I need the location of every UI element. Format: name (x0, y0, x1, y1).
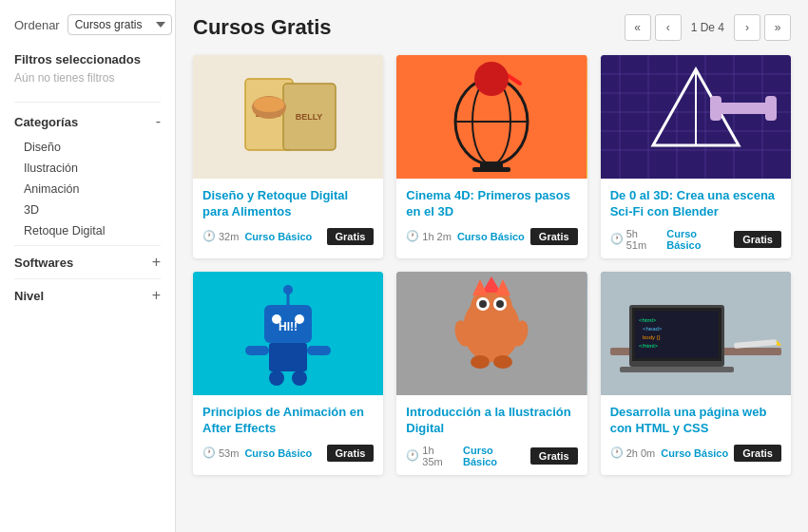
pagination-last[interactable]: » (764, 14, 791, 41)
main-content: Cursos Gratis « ‹ 1 De 4 › » BELLY BELLY (176, 0, 808, 532)
course-meta-3: 🕐 5h 51m Curso Básico Gratis (610, 228, 781, 251)
category-item-ilustracion[interactable]: Ilustración (24, 158, 161, 179)
svg-rect-30 (710, 96, 721, 121)
course-thumb-1: BELLY BELLY (193, 55, 383, 179)
category-item-animacion[interactable]: Animación (24, 179, 161, 200)
course-meta-2: 🕐 1h 2m Curso Básico Gratis (406, 228, 577, 245)
course-thumb-6: <html> <head> body {} </html> (601, 272, 791, 395)
clock-icon-2: 🕐 (406, 230, 419, 242)
course-level-4: Curso Básico (244, 447, 312, 459)
pagination-first[interactable]: « (625, 14, 651, 41)
course-title-6: Desarrolla una página web con HTML y CSS (610, 405, 781, 437)
course-duration-3: 🕐 5h 51m (610, 228, 662, 251)
course-card-6[interactable]: <html> <head> body {} </html> Desarrolla… (601, 272, 791, 475)
filters-divider (14, 102, 161, 103)
course-title-4: Principios de Animación en After Effects (202, 405, 374, 437)
course-meta-6: 🕐 2h 0m Curso Básico Gratis (610, 445, 781, 462)
course-card-2[interactable]: Cinema 4D: Primeros pasos en el 3D 🕐 1h … (396, 55, 587, 258)
course-thumb-2 (396, 55, 587, 179)
svg-rect-41 (307, 346, 331, 355)
course-title-5: Introducción a la Ilustración Digital (406, 405, 577, 437)
course-title-3: De 0 al 3D: Crea una escena Sci-Fi con B… (610, 188, 781, 220)
course-title-1: Diseño y Retoque Digital para Alimentos (202, 188, 374, 220)
clock-icon-1: 🕐 (202, 230, 216, 242)
course-level-3: Curso Básico (666, 228, 734, 251)
category-item-diseno[interactable]: Diseño (24, 137, 161, 158)
course-badge-5: Gratis (530, 447, 578, 465)
svg-rect-14 (472, 167, 510, 172)
svg-point-6 (254, 97, 284, 112)
svg-rect-39 (269, 343, 307, 371)
clock-icon-6: 🕐 (610, 446, 624, 459)
nivel-toggle: + (152, 287, 161, 304)
course-body-6: Desarrolla una página web con HTML y CSS… (601, 395, 791, 469)
course-badge-4: Gratis (327, 445, 375, 462)
course-meta-1: 🕐 32m Curso Básico Gratis (202, 228, 374, 245)
filters-title: Filtros seleccionados (14, 52, 161, 66)
svg-rect-29 (715, 103, 772, 114)
course-level-2: Curso Básico (457, 231, 525, 242)
course-body-4: Principios de Animación en After Effects… (193, 395, 383, 469)
course-duration-5: 🕐 1h 35m (406, 445, 457, 467)
svg-rect-40 (245, 346, 269, 355)
category-item-3d[interactable]: 3D (24, 200, 161, 220)
course-card-1[interactable]: BELLY BELLY Diseño y Retoque Digital par… (193, 55, 383, 258)
svg-rect-31 (765, 96, 777, 121)
course-badge-1: Gratis (327, 228, 375, 245)
category-item-retoque[interactable]: Retoque Digital (24, 220, 161, 241)
courses-grid: BELLY BELLY Diseño y Retoque Digital par… (193, 55, 791, 475)
course-duration-2: 🕐 1h 2m (406, 230, 452, 242)
nivel-title: Nivel (14, 289, 44, 303)
course-body-2: Cinema 4D: Primeros pasos en el 3D 🕐 1h … (396, 179, 587, 253)
filters-empty: Aún no tienes filtros (14, 71, 161, 85)
softwares-title: Softwares (14, 256, 73, 270)
nivel-section[interactable]: Nivel + (14, 278, 161, 308)
course-duration-4: 🕐 53m (202, 446, 239, 459)
course-thumb-3 (601, 55, 791, 179)
svg-point-49 (479, 300, 487, 308)
svg-text:HI!!: HI!! (279, 320, 298, 333)
pagination-prev[interactable]: ‹ (655, 14, 682, 41)
course-thumb-4: HI!! (193, 272, 383, 395)
svg-point-42 (269, 370, 284, 386)
course-card-3[interactable]: De 0 al 3D: Crea una escena Sci-Fi con B… (601, 55, 791, 258)
pagination-info: 1 De 4 (685, 21, 730, 34)
pagination: « ‹ 1 De 4 › » (625, 14, 791, 41)
course-card-5[interactable]: Introducción a la Ilustración Digital 🕐 … (396, 272, 587, 475)
filters-section: Filtros seleccionados Aún no tienes filt… (14, 52, 161, 85)
categories-toggle: - (156, 114, 161, 129)
clock-icon-4: 🕐 (202, 446, 216, 459)
categories-header[interactable]: Categorías - (14, 114, 161, 129)
course-badge-3: Gratis (734, 231, 781, 248)
course-duration-1: 🕐 32m (202, 230, 239, 242)
course-body-1: Diseño y Retoque Digital para Alimentos … (193, 179, 383, 253)
course-title-2: Cinema 4D: Primeros pasos en el 3D (406, 188, 577, 220)
course-meta-4: 🕐 53m Curso Básico Gratis (202, 445, 374, 462)
svg-point-36 (295, 314, 304, 324)
course-meta-5: 🕐 1h 35m Curso Básico Gratis (406, 445, 577, 467)
course-duration-6: 🕐 2h 0m (610, 446, 656, 459)
course-level-6: Curso Básico (661, 447, 728, 459)
order-select[interactable]: Cursos gratis Más recientes Más populare… (67, 14, 172, 35)
category-list: Diseño Ilustración Animación 3D Retoque … (24, 137, 161, 241)
softwares-toggle: + (152, 254, 161, 271)
course-badge-2: Gratis (530, 228, 578, 245)
categories-title: Categorías (14, 115, 78, 129)
svg-text:</html>: </html> (639, 343, 659, 349)
svg-point-51 (471, 355, 490, 369)
softwares-section[interactable]: Softwares + (14, 245, 161, 275)
svg-point-35 (272, 314, 281, 324)
course-level-1: Curso Básico (244, 231, 312, 242)
svg-point-50 (496, 300, 504, 308)
order-row: Ordenar Cursos gratis Más recientes Más … (14, 14, 161, 35)
page-title: Cursos Gratis (193, 15, 332, 40)
svg-text:body {}: body {} (643, 334, 661, 340)
course-thumb-5 (396, 272, 587, 395)
course-body-3: De 0 al 3D: Crea una escena Sci-Fi con B… (601, 179, 791, 258)
pagination-next[interactable]: › (734, 14, 760, 41)
course-body-5: Introducción a la Ilustración Digital 🕐 … (396, 395, 587, 475)
svg-point-52 (493, 355, 512, 369)
clock-icon-5: 🕐 (406, 449, 419, 462)
course-level-5: Curso Básico (463, 445, 530, 467)
course-card-4[interactable]: HI!! Principios (193, 272, 383, 475)
